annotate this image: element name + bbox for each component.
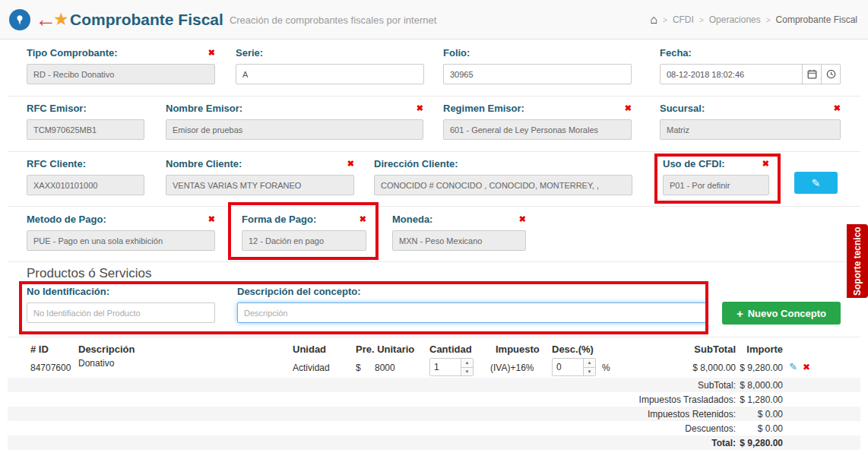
breadcrumb-separator: > (699, 16, 704, 24)
row-delete-icon[interactable]: ✖ (803, 362, 810, 372)
col-header-impuesto: Impuesto (496, 344, 540, 355)
rfc-cliente-label: RFC Cliente: (27, 158, 86, 169)
home-icon[interactable]: ⌂ (650, 13, 657, 27)
cantidad-up-button[interactable]: ▲ (461, 359, 473, 368)
sucursal-label: Sucursal: (660, 103, 705, 114)
page-title: Comprobante Fiscal (70, 11, 223, 29)
breadcrumb-cfdi[interactable]: CFDI (673, 14, 694, 25)
nuevo-concepto-button[interactable]: + Nuevo Concepto (722, 302, 841, 325)
fecha-label: Fecha: (660, 47, 692, 59)
no-identificacion-input[interactable] (27, 302, 215, 323)
calendar-icon (807, 69, 817, 79)
divider (8, 337, 860, 337)
fecha-input[interactable] (661, 65, 802, 84)
row-desc-suffix: % (602, 363, 610, 373)
summary-row-descuentos: Descuentos: $ 0.00 (8, 421, 860, 435)
summary-row-total: Total: $ 9,280.00 (8, 435, 860, 450)
cantidad-input[interactable] (430, 359, 461, 375)
direccion-cliente-label: Dirección Cliente: (374, 158, 458, 169)
field-fecha: Fecha: (660, 47, 841, 84)
no-identificacion-label: No Identificación: (27, 286, 109, 297)
field-uso-cfdi: Uso de CFDI:✖ (663, 158, 769, 195)
row-pre-unitario: 8000 (375, 363, 395, 373)
sucursal-input[interactable] (660, 119, 841, 140)
required-icon: ✖ (417, 104, 423, 112)
field-sucursal: Sucursal:✖ (660, 103, 841, 140)
edit-client-button[interactable]: ✎ (794, 172, 838, 194)
row-descripcion: Donativo (78, 358, 114, 369)
uso-cfdi-label: Uso de CFDI: (663, 158, 725, 169)
nombre-cliente-input[interactable] (166, 175, 354, 195)
summary-label: SubTotal: (698, 380, 736, 391)
uso-cfdi-input[interactable] (663, 175, 769, 195)
nombre-emisor-input[interactable] (166, 119, 423, 140)
cantidad-down-button[interactable]: ▼ (461, 368, 473, 376)
nombre-emisor-label: Nombre Emisor: (166, 103, 242, 114)
row-currency: $ (356, 363, 361, 373)
favorite-star-icon[interactable]: ★ (53, 9, 69, 30)
page-subtitle: Creación de comprobantes fiscales por in… (230, 14, 436, 26)
descuento-down-button[interactable]: ▼ (584, 368, 595, 376)
app-pin-icon[interactable] (9, 9, 30, 30)
regimen-emisor-input[interactable] (443, 119, 632, 140)
metodo-pago-input[interactable] (27, 230, 215, 251)
col-header-desc-pct: Desc.(%) (552, 344, 594, 355)
field-direccion-cliente: Dirección Cliente: (374, 158, 632, 195)
col-header-unidad: Unidad (293, 344, 326, 355)
descripcion-concepto-input[interactable] (237, 302, 707, 323)
pin-icon (14, 14, 25, 25)
rfc-emisor-label: RFC Emisor: (27, 103, 87, 114)
tipo-comprobante-input[interactable] (27, 64, 215, 84)
folio-label: Folio: (443, 47, 470, 59)
col-header-id: # ID (30, 344, 49, 355)
breadcrumb-comprobante-fiscal[interactable]: Comprobante Fiscal (776, 14, 857, 25)
row-subtotal: $ 8,000.00 (660, 363, 736, 373)
calendar-button[interactable] (802, 65, 821, 84)
field-nombre-emisor: Nombre Emisor:✖ (166, 103, 423, 140)
required-icon: ✖ (208, 215, 215, 223)
row-unidad: Actividad (293, 363, 330, 373)
col-header-importe: Importe (731, 344, 783, 355)
direccion-cliente-input[interactable] (374, 175, 632, 195)
rfc-emisor-input[interactable] (27, 119, 144, 140)
top-bar: ← ★ Comprobante Fiscal Creación de compr… (0, 0, 868, 40)
summary-row-impuestos-trasladados: Impuestos Trasladados: $ 1,280.00 (8, 392, 860, 407)
divider (8, 151, 860, 152)
soporte-tecnico-tab[interactable]: Soporte tecnico (847, 224, 868, 298)
metodo-pago-label: Metodo de Pago: (27, 214, 106, 225)
moneda-label: Moneda: (392, 214, 432, 225)
breadcrumb-separator: > (663, 16, 667, 24)
descripcion-concepto-label: Descripción del concepto: (237, 286, 361, 297)
summary-value: $ 9,280.00 (740, 438, 783, 448)
required-icon: ✖ (762, 160, 769, 168)
field-forma-pago: Forma de Pago:✖ (242, 214, 366, 251)
summary-row-subtotal: SubTotal: $ 8,000.00 (8, 378, 860, 392)
row-impuesto: (IVA)+16% (490, 363, 534, 373)
summary-row-impuestos-retenidos: Impuestos Retenidos: $ 0.00 (8, 407, 860, 421)
moneda-input[interactable] (392, 230, 526, 251)
required-icon: ✖ (519, 215, 526, 223)
divider (8, 261, 860, 262)
divider (8, 206, 860, 207)
summary-value: $ 0.00 (758, 409, 783, 420)
descuento-up-button[interactable]: ▲ (584, 359, 595, 368)
plus-icon: + (737, 307, 743, 320)
field-tipo-comprobante: Tipo Comprobante:✖ (27, 47, 215, 84)
summary-label: Descuentos: (685, 423, 736, 434)
forma-pago-input[interactable] (242, 230, 366, 251)
summary-label: Impuestos Retenidos: (648, 409, 736, 420)
rfc-cliente-input[interactable] (27, 175, 144, 195)
row-edit-icon[interactable]: ✎ (789, 361, 797, 372)
cantidad-stepper: ▲ ▼ (429, 358, 474, 376)
breadcrumb: ⌂ > CFDI > Operaciones > Comprobante Fis… (650, 0, 857, 40)
summary-value: $ 1,280.00 (740, 394, 783, 405)
serie-input[interactable] (236, 64, 424, 84)
breadcrumb-operaciones[interactable]: Operaciones (709, 14, 761, 25)
summary-label: Total: (711, 438, 736, 448)
nuevo-concepto-label: Nuevo Concepto (748, 308, 826, 319)
clock-button[interactable] (821, 65, 840, 84)
folio-input[interactable] (443, 64, 632, 84)
tipo-comprobante-label: Tipo Comprobante: (27, 47, 118, 59)
descuento-input[interactable] (553, 359, 583, 375)
field-nombre-cliente: Nombre Cliente:✖ (166, 158, 354, 195)
